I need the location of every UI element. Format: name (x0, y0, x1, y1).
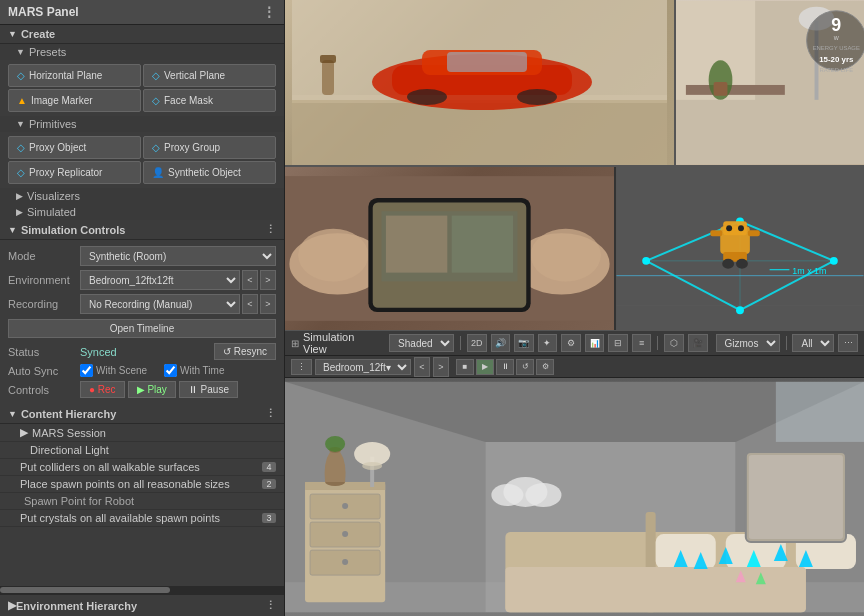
content-hierarchy-menu-icon[interactable]: ⋮ (265, 407, 276, 420)
place-spawn-label: Place spawn points on all reasonable siz… (20, 478, 230, 490)
hier-directional-light[interactable]: Directional Light (0, 442, 284, 459)
shaded-select[interactable]: Shaded (389, 334, 454, 352)
with-scene-checkbox[interactable] (80, 364, 93, 377)
room-prev-button[interactable]: < (414, 357, 430, 377)
sim-view-menu-icon[interactable]: ⋯ (838, 334, 858, 352)
play2-button[interactable]: ▶ (476, 359, 494, 375)
camera-button[interactable]: 📷 (514, 334, 534, 352)
effects-button[interactable]: ✦ (538, 334, 558, 352)
svg-text:ENERGY USAGE: ENERGY USAGE (813, 45, 860, 51)
panel-title: MARS Panel (8, 5, 79, 19)
svg-point-63 (342, 503, 348, 509)
room-next-button[interactable]: > (433, 357, 449, 377)
pause-button[interactable]: ⏸ Pause (179, 381, 238, 398)
all-select[interactable]: All (792, 334, 834, 352)
gizmos-select[interactable]: Gizmos (716, 334, 780, 352)
settings2-button[interactable]: ⚙ (561, 334, 581, 352)
env-prev-button[interactable]: < (242, 270, 258, 290)
env-hierarchy-header[interactable]: ▶ Environment Hierarchy ⋮ (0, 594, 284, 616)
panel-menu-icon[interactable]: ⋮ (262, 4, 276, 20)
section-create[interactable]: ▼ Create (0, 25, 284, 44)
camera2-button[interactable]: 🎥 (688, 334, 708, 352)
hier-place-spawn[interactable]: Place spawn points on all reasonable siz… (0, 476, 284, 493)
gear2-button[interactable]: ⚙ (536, 359, 554, 375)
smart-home-view: 9 w ENERGY USAGE 15-20 yrs RATED LIFE (674, 0, 864, 165)
sim-controls-title: Simulation Controls (21, 224, 126, 236)
presets-arrow-icon: ▼ (16, 47, 25, 57)
2d-button[interactable]: 2D (467, 334, 487, 352)
scrollbar-thumb (0, 587, 170, 593)
sim-view-label-container: Simulation View (303, 331, 379, 355)
hier-mars-session[interactable]: ▶ MARS Session (0, 424, 284, 442)
hier-put-crystals[interactable]: Put crystals on all available spawn poin… (0, 510, 284, 527)
horizontal-plane-button[interactable]: ◇ Horizontal Plane (8, 64, 141, 87)
resync-button[interactable]: ↺ Resync (214, 343, 276, 360)
play-button[interactable]: ▶ Play (128, 381, 176, 398)
layers-button[interactable]: ≡ (632, 334, 652, 352)
svg-point-70 (362, 462, 382, 470)
stop-button[interactable]: ■ (456, 359, 474, 375)
subsection-primitives[interactable]: ▼ Primitives (0, 116, 284, 132)
recording-label: Recording (8, 298, 80, 310)
with-time-checkbox[interactable] (164, 364, 177, 377)
subsection-presets[interactable]: ▼ Presets (0, 44, 284, 60)
synthetic-object-icon: 👤 (152, 167, 164, 178)
svg-rect-33 (452, 216, 513, 273)
stat-button[interactable]: 📊 (585, 334, 605, 352)
mode-label: Mode (8, 250, 80, 262)
sim-controls-menu-icon[interactable]: ⋮ (265, 223, 276, 236)
content-hierarchy-list: ▶ MARS Session Directional Light Put col… (0, 424, 284, 586)
open-timeline-button[interactable]: Open Timeline (8, 319, 276, 338)
hier-spawn-robot[interactable]: Spawn Point for Robot (0, 493, 284, 510)
svg-rect-84 (749, 455, 843, 539)
content-hierarchy-arrow-icon: ▼ (8, 409, 17, 419)
vertical-plane-button[interactable]: ◇ Vertical Plane (143, 64, 276, 87)
speaker-button[interactable]: 🔊 (491, 334, 511, 352)
image-marker-label: Image Marker (31, 95, 93, 106)
status-label: Status (8, 346, 80, 358)
face-mask-button[interactable]: ◇ Face Mask (143, 89, 276, 112)
svg-text:9: 9 (831, 15, 841, 35)
proxy-group-label: Proxy Group (164, 142, 220, 153)
env-next-button[interactable]: > (260, 270, 276, 290)
put-crystals-label: Put crystals on all available spawn poin… (20, 512, 220, 524)
subsection-visualizers[interactable]: ▶ Visualizers (0, 188, 284, 204)
env-hierarchy-menu-icon[interactable]: ⋮ (265, 599, 276, 612)
room-scene (285, 378, 864, 616)
recording-select[interactable]: No Recording (Manual) (80, 294, 240, 314)
svg-point-8 (517, 89, 557, 105)
grid-button[interactable]: ⊟ (608, 334, 628, 352)
horizontal-plane-label: Horizontal Plane (29, 70, 102, 81)
with-time-checkbox-label: With Time (164, 364, 236, 377)
primitives-arrow-icon: ▼ (16, 119, 25, 129)
room-select[interactable]: Bedroom_12ft▾ (315, 359, 411, 375)
image-marker-button[interactable]: ▲ Image Marker (8, 89, 141, 112)
environment-select[interactable]: Bedroom_12ftx12ft (80, 270, 240, 290)
mode-select[interactable]: Synthetic (Room) (80, 246, 276, 266)
subsection-simulated[interactable]: ▶ Simulated (0, 204, 284, 220)
primitives-grid: ◇ Proxy Object ◇ Proxy Group ◇ Proxy Rep… (0, 132, 284, 188)
sim-view-toolbar2: ⋮ Bedroom_12ft▾ < > ■ ▶ ⏸ ↺ ⚙ (285, 356, 864, 378)
proxy-group-button[interactable]: ◇ Proxy Group (143, 136, 276, 159)
proxy-object-button[interactable]: ◇ Proxy Object (8, 136, 141, 159)
proxy-replicator-button[interactable]: ◇ Proxy Replicator (8, 161, 141, 184)
rec-button[interactable]: ● Rec (80, 381, 125, 398)
rec-next-button[interactable]: > (260, 294, 276, 314)
proxy-group-icon: ◇ (152, 142, 160, 153)
spawn-robot-label: Spawn Point for Robot (24, 495, 134, 507)
section-sim-controls[interactable]: ▼ Simulation Controls ⋮ (0, 220, 284, 240)
loop-button[interactable]: ↺ (516, 359, 534, 375)
environment-label: Environment (8, 274, 80, 286)
svg-rect-6 (447, 52, 527, 72)
maximize-button[interactable]: ⬡ (664, 334, 684, 352)
svg-point-67 (342, 559, 348, 565)
rec-prev-button[interactable]: < (242, 294, 258, 314)
pause2-button[interactable]: ⏸ (496, 359, 514, 375)
env-hierarchy-arrow-icon: ▶ (8, 599, 16, 612)
section-content-hierarchy[interactable]: ▼ Content Hierarchy ⋮ (0, 404, 284, 424)
hier-put-colliders[interactable]: Put colliders on all walkable surfaces 4 (0, 459, 284, 476)
toolbar2-menu-icon[interactable]: ⋮ (291, 359, 312, 375)
synthetic-object-button[interactable]: 👤 Synthetic Object (143, 161, 276, 184)
content-hierarchy-scrollbar[interactable] (0, 586, 284, 594)
vertical-plane-label: Vertical Plane (164, 70, 225, 81)
